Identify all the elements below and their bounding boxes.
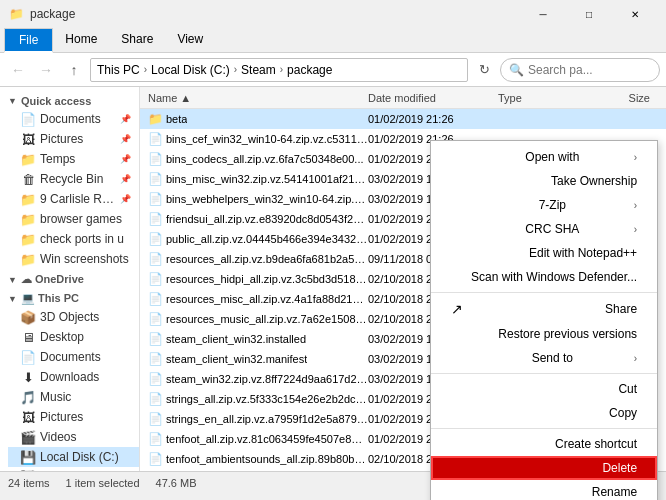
file-icon: 📄 — [148, 172, 162, 186]
music-icon: 🎵 — [20, 389, 36, 405]
sidebar-item-label: Music — [40, 390, 71, 404]
onedrive-label: ☁ OneDrive — [21, 273, 84, 286]
thispc-section[interactable]: ▼ 💻 This PC — [0, 288, 139, 307]
sidebar-item-temps[interactable]: 📁 Temps 📌 — [8, 149, 139, 169]
item-count: 24 items — [8, 477, 50, 489]
selected-count: 1 item selected — [66, 477, 140, 489]
title-bar: 📁 package ─ □ ✕ — [0, 0, 666, 28]
context-menu-item-restore-previous-versions[interactable]: Restore previous versions — [431, 322, 657, 346]
context-menu-item-rename[interactable]: Rename — [431, 480, 657, 500]
menu-item-label: Copy — [609, 406, 637, 420]
file-icon: 📄 — [148, 212, 162, 226]
file-icon: 📄 — [148, 452, 162, 466]
minimize-button[interactable]: ─ — [520, 0, 566, 28]
sidebar-item-pictures[interactable]: 🖼 Pictures 📌 — [8, 129, 139, 149]
tab-share[interactable]: Share — [109, 28, 165, 52]
file-name: resources_all.zip.vz.b9dea6fa681b2a51f55… — [166, 253, 368, 265]
context-menu: Open with›Take Ownership7-Zip›CRC SHA›Ed… — [430, 140, 658, 500]
sidebar-item-3dobjects[interactable]: 📦 3D Objects — [8, 307, 139, 327]
table-row[interactable]: 📁 beta 01/02/2019 21:26 — [140, 109, 666, 129]
search-box[interactable]: 🔍 — [500, 58, 660, 82]
file-name: bins_codecs_all.zip.vz.6fa7c50348e00... — [166, 153, 364, 165]
menu-separator — [431, 292, 657, 293]
collapse-icon: ▼ — [8, 96, 17, 106]
col-header-date[interactable]: Date modified — [368, 92, 498, 104]
sidebar-item-pictures2[interactable]: 🖼 Pictures — [8, 407, 139, 427]
col-header-type[interactable]: Type — [498, 92, 578, 104]
title-bar-left: 📁 package — [8, 6, 75, 22]
context-menu-item-delete[interactable]: Delete — [431, 456, 657, 480]
sidebar-item-win-screenshots[interactable]: 📁 Win screenshots — [8, 249, 139, 269]
sidebar-item-check-ports[interactable]: 📁 check ports in u — [8, 229, 139, 249]
menu-item-label: Rename — [592, 485, 637, 499]
3dobjects-icon: 📦 — [20, 309, 36, 325]
back-button[interactable]: ← — [6, 58, 30, 82]
context-menu-item-edit-with-notepad++[interactable]: Edit with Notepad++ — [431, 241, 657, 265]
close-button[interactable]: ✕ — [612, 0, 658, 28]
tab-view[interactable]: View — [165, 28, 215, 52]
address-path[interactable]: This PC › Local Disk (C:) › Steam › pack… — [90, 58, 468, 82]
context-menu-item-send-to[interactable]: Send to› — [431, 346, 657, 370]
up-button[interactable]: ↑ — [62, 58, 86, 82]
search-input[interactable] — [528, 63, 648, 77]
refresh-button[interactable]: ↻ — [472, 58, 496, 82]
context-menu-item-crc-sha[interactable]: CRC SHA› — [431, 217, 657, 241]
sidebar-item-desktop[interactable]: 🖥 Desktop — [8, 327, 139, 347]
pin-icon: 📌 — [120, 134, 131, 144]
browser-games-icon: 📁 — [20, 211, 36, 227]
file-name: steam_win32.zip.vz.8ff7224d9aa617d2802..… — [166, 373, 368, 385]
context-menu-item-scan-with-windows-defender...[interactable]: Scan with Windows Defender... — [431, 265, 657, 289]
file-name: tenfoot_ambientsounds_all.zip.89b80bcf..… — [166, 453, 368, 465]
collapse-icon: ▼ — [8, 275, 17, 285]
file-name: public_all.zip.vz.04445b466e394e3432218.… — [166, 233, 368, 245]
context-menu-item-cut[interactable]: Cut — [431, 377, 657, 401]
sidebar-item-localdisk-c[interactable]: 💾 Local Disk (C:) — [8, 447, 139, 467]
path-segment-steam[interactable]: Steam — [241, 63, 276, 77]
file-date: 01/02/2019 21:26 — [368, 113, 498, 125]
sidebar-item-browser-games[interactable]: 📁 browser games — [8, 209, 139, 229]
sidebar-item-documents2[interactable]: 📄 Documents — [8, 347, 139, 367]
path-segment-thispc[interactable]: This PC — [97, 63, 140, 77]
localdisk-c-icon: 💾 — [20, 449, 36, 465]
menu-item-label: Take Ownership — [551, 174, 637, 188]
maximize-button[interactable]: □ — [566, 0, 612, 28]
file-name: beta — [166, 113, 187, 125]
context-menu-item-7-zip[interactable]: 7-Zip› — [431, 193, 657, 217]
col-header-name[interactable]: Name ▲ — [148, 92, 368, 104]
pin-icon: 📌 — [120, 154, 131, 164]
col-header-size[interactable]: Size — [578, 92, 658, 104]
file-name: steam_client_win32.manifest — [166, 353, 307, 365]
sidebar-item-ssd2-d[interactable]: 💾 SSD 2 (D:) — [8, 467, 139, 471]
thispc-label: 💻 This PC — [21, 292, 79, 305]
menu-item-label: CRC SHA — [525, 222, 579, 236]
menu-item-label: Cut — [618, 382, 637, 396]
path-segment-package[interactable]: package — [287, 63, 332, 77]
context-menu-item-open-with[interactable]: Open with› — [431, 145, 657, 169]
sidebar-item-documents[interactable]: 📄 Documents 📌 — [8, 109, 139, 129]
window-title: package — [30, 7, 75, 21]
file-icon: 📁 — [148, 112, 162, 126]
file-icon: 📄 — [148, 352, 162, 366]
context-menu-item-share[interactable]: ↗Share — [431, 296, 657, 322]
tab-file[interactable]: File — [4, 28, 53, 53]
sidebar-item-videos[interactable]: 🎬 Videos — [8, 427, 139, 447]
folder-icon: 📁 — [8, 6, 24, 22]
sidebar-item-carlisle[interactable]: 📁 9 Carlisle Road 📌 — [8, 189, 139, 209]
context-menu-item-take-ownership[interactable]: Take Ownership — [431, 169, 657, 193]
chevron-icon: › — [280, 64, 283, 75]
quick-access-section[interactable]: ▼ Quick access — [0, 91, 139, 109]
context-menu-item-copy[interactable]: Copy — [431, 401, 657, 425]
thispc-items: 📦 3D Objects 🖥 Desktop 📄 Documents ⬇ Dow… — [0, 307, 139, 471]
sidebar-item-label: Videos — [40, 430, 76, 444]
path-segment-localdisk[interactable]: Local Disk (C:) — [151, 63, 230, 77]
tab-home[interactable]: Home — [53, 28, 109, 52]
sidebar-item-recycle-bin[interactable]: 🗑 Recycle Bin 📌 — [8, 169, 139, 189]
sidebar-item-downloads[interactable]: ⬇ Downloads — [8, 367, 139, 387]
file-icon: 📄 — [148, 312, 162, 326]
onedrive-section[interactable]: ▼ ☁ OneDrive — [0, 269, 139, 288]
sidebar-item-music[interactable]: 🎵 Music — [8, 387, 139, 407]
forward-button[interactable]: → — [34, 58, 58, 82]
sidebar-item-label: browser games — [40, 212, 122, 226]
context-menu-item-create-shortcut[interactable]: Create shortcut — [431, 432, 657, 456]
menu-item-label: 7-Zip — [539, 198, 566, 212]
